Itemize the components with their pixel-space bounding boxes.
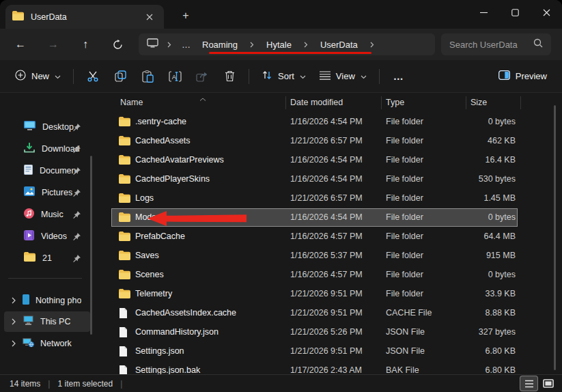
sidebar-item-videos[interactable]: Videos <box>0 225 109 247</box>
file-size: 0 bytes <box>488 117 516 126</box>
chevron-right-icon[interactable] <box>11 316 16 328</box>
column-divider[interactable] <box>285 96 286 109</box>
folder-icon <box>119 289 130 300</box>
file-row-saves[interactable]: Saves1/16/2026 5:37 PMFile folder915 MB <box>109 246 562 265</box>
maximize-icon[interactable] <box>499 0 531 25</box>
column-divider[interactable] <box>381 96 382 109</box>
file-row-commandhistory-json[interactable]: CommandHistory.json1/21/2026 5:26 PMJSON… <box>109 322 562 341</box>
large-icons-view-icon[interactable] <box>539 376 557 391</box>
phone-icon <box>23 294 29 307</box>
file-size: 64.4 MB <box>483 232 516 241</box>
column-header-date[interactable]: Date modified <box>290 98 343 107</box>
back-icon[interactable]: ← <box>10 33 31 55</box>
this-pc-monitor-icon[interactable] <box>147 38 158 51</box>
document-icon <box>24 165 33 178</box>
file-rows: .sentry-cache1/16/2026 4:54 PMFile folde… <box>109 112 562 374</box>
copy-icon[interactable] <box>107 64 134 89</box>
toolbar-divider <box>379 69 380 84</box>
file-row-cachedassetsindex-cache[interactable]: CachedAssetsIndex.cache1/21/2026 9:51 PM… <box>109 303 562 322</box>
file-type: File folder <box>386 289 423 298</box>
details-view-icon[interactable] <box>520 376 537 391</box>
file-row-cachedassets[interactable]: CachedAssets1/21/2026 6:57 PMFile folder… <box>109 131 562 150</box>
file-date-modified: 1/21/2026 9:51 PM <box>290 346 363 356</box>
column-header-name[interactable]: Name <box>120 98 143 107</box>
sidebar-item-download[interactable]: Download <box>0 138 109 160</box>
preview-pane-icon <box>498 70 510 82</box>
file-date-modified: 1/16/2026 4:57 PM <box>290 270 363 279</box>
up-icon[interactable]: ↑ <box>74 33 96 55</box>
file-type: File folder <box>386 193 423 203</box>
tab-userdata[interactable]: UserData <box>5 5 164 29</box>
search-input[interactable]: Search UserData <box>441 33 551 55</box>
sort-ascending-icon <box>199 94 206 103</box>
sidebar-item-documen[interactable]: Documen <box>0 160 109 182</box>
chevron-down-icon <box>300 71 306 81</box>
column-divider[interactable] <box>466 96 466 109</box>
rename-icon[interactable]: A <box>161 64 188 89</box>
file-icon <box>119 308 128 320</box>
column-header-type[interactable]: Type <box>386 98 404 107</box>
view-button[interactable]: View <box>313 66 374 87</box>
tab-close-icon[interactable] <box>142 10 157 25</box>
chevron-right-icon[interactable] <box>11 294 16 307</box>
folder-icon <box>119 251 130 262</box>
delete-icon[interactable] <box>216 64 243 89</box>
pin-icon <box>72 122 81 135</box>
new-tab-button[interactable]: + <box>176 7 195 25</box>
folder-icon <box>119 193 130 205</box>
file-row-settings-json-bak[interactable]: Settings.json.bak1/17/2026 2:43 AMBAK Fi… <box>109 361 562 374</box>
sort-button[interactable]: Sort <box>255 65 313 87</box>
sidebar-item-pictures[interactable]: Pictures <box>0 182 109 204</box>
paste-icon[interactable] <box>134 64 161 89</box>
breadcrumb-roaming[interactable]: Roaming <box>199 38 241 51</box>
sidebar-item-21[interactable]: 21 <box>0 247 109 269</box>
folder-icon <box>119 117 130 128</box>
refresh-icon[interactable] <box>107 33 128 55</box>
file-row-scenes[interactable]: Scenes1/16/2026 4:57 PMFile folder0 byte… <box>109 265 562 284</box>
file-row-settings-json[interactable]: Settings.json1/21/2026 9:51 PMJSON File6… <box>109 341 562 361</box>
sidebar-item-music[interactable]: Music <box>0 204 109 225</box>
chevron-right-icon[interactable] <box>11 337 16 350</box>
network-icon <box>23 337 34 350</box>
file-row-telemetry[interactable]: Telemetry1/21/2026 9:51 PMFile folder33.… <box>109 284 562 303</box>
minimize-icon[interactable] <box>468 0 499 25</box>
tab-title: UserData <box>31 12 135 22</box>
folder-icon <box>119 174 130 186</box>
breadcrumb-overflow[interactable]: … <box>180 40 193 50</box>
toolbar-divider <box>249 69 249 84</box>
file-name: CachedAssetsIndex.cache <box>135 308 236 318</box>
share-icon[interactable] <box>188 64 216 89</box>
forward-icon[interactable]: → <box>42 33 64 55</box>
file-date-modified: 1/21/2026 9:51 PM <box>290 289 363 298</box>
more-options-icon[interactable]: … <box>385 70 412 82</box>
file-row--sentry-cache[interactable]: .sentry-cache1/16/2026 4:54 PMFile folde… <box>109 112 562 131</box>
file-row-cachedplayerskins[interactable]: CachedPlayerSkins1/16/2026 4:54 PMFile f… <box>109 169 562 188</box>
pin-icon <box>72 166 81 178</box>
file-icon <box>119 327 128 339</box>
sidebar: DesktopDownloadDocumenPicturesMusicVideo… <box>0 93 109 374</box>
file-row-cachedavatarpreviews[interactable]: CachedAvatarPreviews1/16/2026 4:54 PMFil… <box>109 150 562 169</box>
file-name: Saves <box>135 251 159 260</box>
list-scrollbar[interactable] <box>554 105 556 370</box>
file-name: Settings.json <box>135 346 184 356</box>
file-row-logs[interactable]: Logs1/21/2026 6:57 PMFile folder1.45 MB <box>109 188 562 208</box>
cut-icon[interactable] <box>79 64 107 89</box>
search-icon[interactable] <box>533 38 543 51</box>
chevron-right-icon <box>301 42 311 48</box>
sidebar-item-desktop[interactable]: Desktop <box>0 116 109 138</box>
new-button[interactable]: New <box>8 65 68 87</box>
close-icon[interactable] <box>531 0 562 25</box>
command-bar: New A Sort View … Preview <box>0 60 562 93</box>
sidebar-scrollbar[interactable] <box>90 156 92 335</box>
sidebar-item-nothing-pho[interactable]: Nothing pho <box>4 290 90 311</box>
breadcrumb-hytale[interactable]: Hytale <box>263 38 295 51</box>
preview-button[interactable]: Preview <box>492 66 554 87</box>
breadcrumb-userdata[interactable]: UserData <box>317 38 361 51</box>
folder-icon <box>12 11 24 23</box>
sidebar-item-this-pc[interactable]: This PC <box>4 311 90 332</box>
sidebar-item-network[interactable]: Network <box>4 333 90 354</box>
file-date-modified: 1/16/2026 4:54 PM <box>290 155 363 165</box>
column-header-size[interactable]: Size <box>470 98 487 107</box>
column-divider[interactable] <box>520 96 521 109</box>
file-size: 327 bytes <box>479 327 516 337</box>
